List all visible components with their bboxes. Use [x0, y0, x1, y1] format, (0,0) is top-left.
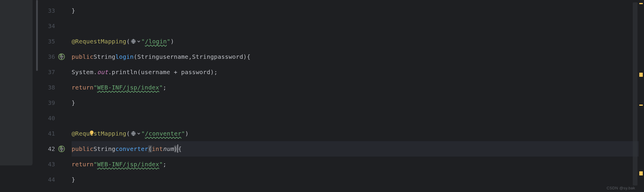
line-number: 40 [39, 115, 56, 122]
web-mapping-icon [130, 38, 141, 44]
minimap-warning-marker[interactable] [639, 73, 643, 77]
gutter[interactable]: 33343536 373839404142 4344 [39, 0, 72, 192]
token: return [72, 161, 93, 168]
code-line[interactable]: return "WEB-INF/jsp/index"; [72, 157, 644, 172]
line-number: 36 [39, 53, 56, 60]
gutter-row[interactable]: 33 [39, 3, 72, 18]
token: String [93, 145, 115, 152]
folded-tool-panel[interactable] [0, 0, 33, 165]
token: ; [163, 84, 167, 91]
line-number: 39 [39, 99, 56, 106]
gutter-icon-slot [56, 145, 70, 152]
minimap-warning-marker[interactable] [639, 171, 643, 175]
line-number: 34 [39, 22, 56, 30]
gutter-row[interactable]: 41 [39, 126, 72, 141]
code-line[interactable]: return "WEB-INF/jsp/index"; [72, 80, 644, 95]
code-line[interactable]: public String login(String username,Stri… [72, 49, 644, 64]
code-line[interactable]: System.out.println(username + password); [72, 64, 644, 80]
line-number: 42 [39, 145, 56, 152]
token: ( [126, 38, 130, 45]
token: System [72, 69, 93, 76]
code-line[interactable]: @RequestMapping( "/login") [72, 34, 644, 49]
token: String [93, 53, 115, 60]
editor-scrollbar[interactable] [633, 2, 637, 186]
code-area[interactable]: } @RequestMapping( "/login") public Stri… [72, 0, 644, 192]
minimap[interactable] [639, 0, 644, 192]
token: num [163, 145, 174, 152]
gutter-row[interactable]: 34 [39, 18, 72, 34]
endpoint-icon[interactable] [58, 145, 65, 152]
token: println [112, 69, 137, 76]
token: ) [243, 53, 247, 60]
code-line[interactable]: } [72, 95, 644, 110]
token: " [159, 84, 163, 91]
token: " [141, 38, 145, 45]
line-number: 38 [39, 84, 56, 91]
code-line[interactable]: @RequestMapping( "/conventer") [72, 126, 644, 141]
editor: 33343536 373839404142 4344 } @RequestMap… [0, 0, 644, 192]
paren-match: ) [174, 145, 177, 152]
token: . [93, 69, 97, 76]
tool-window-stripe [0, 0, 39, 192]
token: int [152, 145, 163, 152]
gutter-row[interactable]: 44 [39, 172, 72, 187]
token: { [247, 53, 250, 60]
minimap-warning-marker[interactable] [639, 105, 643, 106]
token: " [181, 130, 185, 137]
line-number: 37 [39, 69, 56, 76]
line-number: 35 [39, 38, 56, 45]
code-line[interactable] [72, 110, 644, 126]
gutter-row[interactable]: 39 [39, 95, 72, 110]
url-path: /login [145, 38, 167, 45]
minimap-warning-marker[interactable] [639, 3, 643, 4]
token: ( [134, 53, 137, 60]
url-path: /conventer [145, 130, 181, 137]
token: " [93, 161, 97, 168]
gutter-icon-slot [56, 53, 70, 60]
view-path: WEB-INF/jsp/index [97, 84, 159, 91]
token: + [170, 69, 181, 76]
token: ) [185, 130, 189, 137]
code-line[interactable]: } [72, 172, 644, 187]
line-number: 44 [39, 176, 56, 183]
token: " [93, 84, 97, 91]
token: { [178, 145, 182, 152]
code-line[interactable] [72, 18, 644, 34]
token: ) [210, 69, 214, 76]
keyword: public [72, 53, 93, 60]
paren-match: ( [148, 145, 152, 152]
brace: } [72, 99, 75, 106]
token: ) [170, 38, 174, 45]
code-line[interactable]: } [72, 3, 644, 18]
annotation: @RequestMapping [72, 38, 126, 45]
token: return [72, 84, 93, 91]
code-line[interactable]: public String converter(int num) { [72, 141, 644, 157]
gutter-row[interactable]: 43 [39, 157, 72, 172]
token: " [159, 161, 163, 168]
gutter-row[interactable]: 38 [39, 80, 72, 95]
gutter-row[interactable]: 35 [39, 34, 72, 49]
token: " [141, 130, 145, 137]
token: " [167, 38, 170, 45]
gutter-row[interactable]: 36 [39, 49, 72, 64]
gutter-row[interactable]: 42 [39, 141, 72, 157]
token: username [141, 69, 170, 76]
token: ; [214, 69, 217, 76]
method-name: converter [115, 145, 148, 152]
token: String [192, 53, 214, 60]
endpoint-icon[interactable] [58, 53, 65, 60]
gutter-row[interactable]: 37 [39, 64, 72, 80]
gutter-row[interactable]: 40 [39, 110, 72, 126]
token: password [214, 53, 243, 60]
brace: } [72, 176, 75, 183]
method-name: login [115, 53, 134, 60]
annotation: @RequestMapping [72, 130, 126, 137]
intention-bulb-icon[interactable] [89, 131, 95, 137]
token: public [72, 145, 93, 152]
brace: } [72, 7, 75, 14]
token: ( [126, 130, 130, 137]
token: String [137, 53, 159, 60]
line-number: 33 [39, 7, 56, 14]
view-path: WEB-INF/jsp/index [97, 161, 159, 168]
tool-panel-scrollbar[interactable] [36, 0, 38, 71]
